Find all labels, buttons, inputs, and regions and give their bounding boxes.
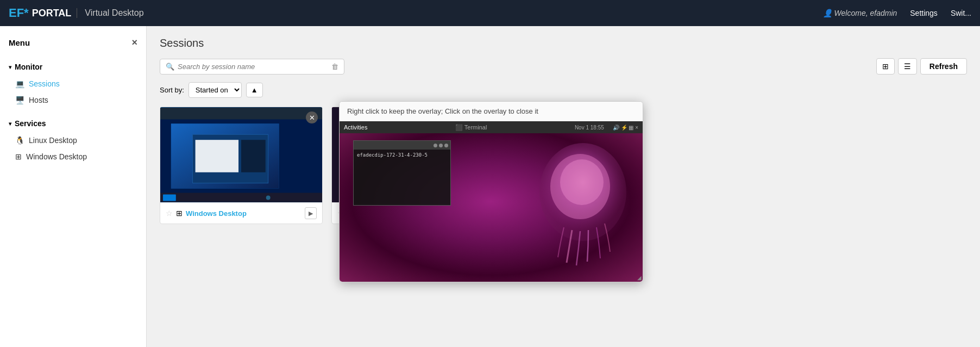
refresh-button[interactable]: Refresh (920, 58, 967, 75)
terminal-content: efadecdip-172-31-4-230-5 (357, 152, 447, 159)
search-box: 🔍 🗑 (160, 59, 344, 75)
svg-rect-1 (160, 108, 322, 120)
services-arrow-icon: ▾ (9, 121, 11, 127)
popup-screenshot: Activities ⬛ Terminal Nov 1 18:55 🔊 ⚡ ▦ … (340, 121, 643, 282)
sidebar-section-monitor: ▾ Monitor 💻 Sessions 🖥️ Hosts (0, 55, 146, 111)
popup-timestamp: Nov 1 18:55 (575, 125, 604, 131)
svg-rect-5 (196, 140, 238, 172)
activities-label: Activities (344, 124, 367, 131)
toolbar: 🔍 🗑 ⊞ ☰ Refresh (160, 58, 967, 75)
sidebar-section-monitor-title[interactable]: ▾ Monitor (0, 58, 146, 76)
user-welcome: 👤 Welcome, efadmin (823, 9, 897, 17)
svg-rect-7 (160, 193, 322, 202)
close-windows-session-button[interactable]: ✕ (306, 111, 318, 123)
app-title: Virtual Desktop (77, 8, 143, 18)
clear-search-icon[interactable]: 🗑 (331, 63, 338, 71)
view-buttons: ⊞ ☰ Refresh (876, 58, 967, 75)
navbar: EF* PORTAL Virtual Desktop 👤 Welcome, ef… (0, 0, 980, 26)
sidebar: Menu × ▾ Monitor 💻 Sessions 🖥️ Hosts ▾ S… (0, 26, 147, 347)
windows-icon: ⊞ (15, 152, 22, 161)
brand-logo: EF* PORTAL Virtual Desktop (9, 6, 144, 20)
sort-toolbar: Sort by: Started on Name Status ▲ (160, 82, 967, 98)
sidebar-close-button[interactable]: × (131, 37, 137, 48)
svg-rect-6 (241, 140, 266, 172)
sidebar-item-windows-desktop[interactable]: ⊞ Windows Desktop (0, 148, 146, 165)
popup-jellyfish (512, 138, 632, 274)
monitor-label: Monitor (15, 63, 42, 71)
windows-desktop-label: Windows Desktop (26, 152, 87, 161)
windows-session-name-link[interactable]: Windows Desktop (186, 209, 301, 218)
search-input[interactable] (178, 63, 328, 71)
search-icon: 🔍 (166, 63, 174, 71)
page-title: Sessions (160, 37, 967, 49)
terminal-tab: ⬛ Terminal (372, 124, 570, 131)
windows-desktop-preview (160, 107, 322, 202)
menu-label: Menu (9, 38, 30, 47)
sort-label: Sort by: (160, 86, 184, 94)
linux-icon: 🐧 (15, 136, 24, 145)
windows-session-arrow-button[interactable]: ▶ (305, 207, 317, 219)
user-label: Welcome, efadmin (834, 9, 897, 17)
popup-terminal: efadecdip-172-31-4-230-5 (353, 140, 451, 206)
hosts-icon: 🖥️ (15, 96, 24, 104)
popup-topbar: Activities ⬛ Terminal Nov 1 18:55 🔊 ⚡ ▦ … (340, 121, 643, 133)
list-view-button[interactable]: ☰ (898, 58, 917, 75)
svg-point-16 (560, 159, 604, 205)
session-footer-windows: ☆ ⊞ Windows Desktop ▶ (160, 202, 322, 224)
terminal-dot-2 (439, 144, 443, 147)
sidebar-item-linux-desktop[interactable]: 🐧 Linux Desktop (0, 132, 146, 148)
sidebar-header: Menu × (0, 30, 146, 55)
hosts-label: Hosts (29, 96, 48, 104)
brand-ef: EF* (9, 6, 29, 20)
popup-resize-icon: ◢ (637, 275, 642, 281)
windows-session-icon: ⊞ (176, 209, 183, 218)
brand-portal: PORTAL (32, 8, 72, 19)
sidebar-item-hosts[interactable]: 🖥️ Hosts (0, 92, 146, 108)
sidebar-section-services: ▾ Services 🐧 Linux Desktop ⊞ Windows Des… (0, 111, 146, 168)
switch-link[interactable]: Swit... (951, 9, 971, 17)
session-thumbnail-windows: ✕ (160, 107, 322, 202)
settings-link[interactable]: Settings (910, 9, 938, 17)
linux-desktop-label: Linux Desktop (29, 136, 77, 145)
monitor-arrow-icon: ▾ (9, 64, 11, 70)
sidebar-section-services-title[interactable]: ▾ Services (0, 115, 146, 132)
svg-point-9 (266, 195, 271, 200)
terminal-dot-3 (444, 144, 448, 147)
sessions-icon: 💻 (15, 79, 24, 88)
sessions-grid: ✕ ☆ ⊞ Windows Desktop ▶ (160, 107, 967, 224)
sessions-label: Sessions (29, 79, 60, 88)
popup-hint: Right click to keep the overlay; Click o… (340, 102, 643, 121)
sort-select[interactable]: Started on Name Status (189, 82, 242, 98)
sort-order-button[interactable]: ▲ (246, 83, 263, 97)
sidebar-item-sessions[interactable]: 💻 Sessions (0, 76, 146, 92)
main-content: Sessions 🔍 🗑 ⊞ ☰ Refresh Sort by: Starte… (147, 26, 980, 347)
popup-controls: 🔊 ⚡ ▦ × (613, 125, 638, 131)
terminal-dot-1 (434, 144, 437, 147)
navbar-right: 👤 Welcome, efadmin Settings Swit... (823, 9, 971, 17)
layout: Menu × ▾ Monitor 💻 Sessions 🖥️ Hosts ▾ S… (0, 26, 980, 347)
windows-session-star-icon[interactable]: ☆ (166, 209, 173, 218)
svg-rect-8 (163, 195, 176, 201)
services-label: Services (15, 119, 46, 128)
terminal-titlebar (354, 141, 450, 150)
windows-screenshot (160, 107, 322, 202)
popup-overlay[interactable]: Right click to keep the overlay; Click o… (339, 101, 643, 282)
grid-view-button[interactable]: ⊞ (876, 58, 895, 75)
session-card-windows: ✕ ☆ ⊞ Windows Desktop ▶ (160, 107, 323, 224)
